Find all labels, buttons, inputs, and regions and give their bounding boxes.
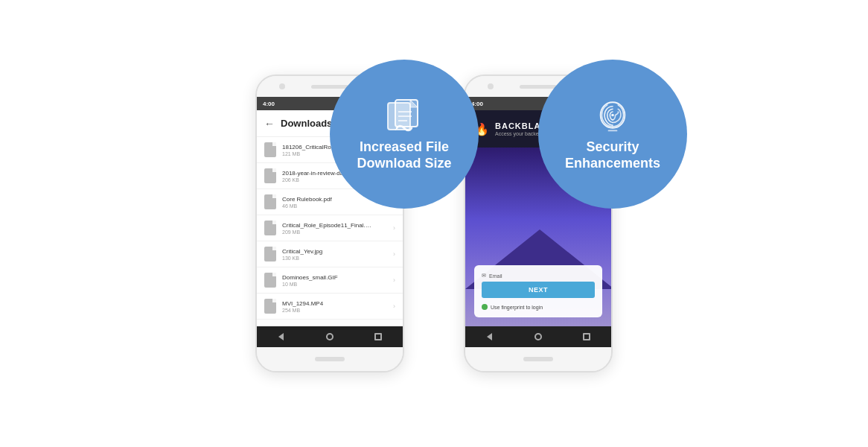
- file-info: Critical_Yev.jpg 130 KB: [282, 248, 393, 261]
- recents-nav-button[interactable]: [372, 331, 384, 343]
- home-nav-icon: [326, 333, 334, 340]
- file-name: MVI_1294.MP4: [282, 300, 371, 307]
- file-info: Critical_Role_Episode11_Final.m4v 209 MB: [282, 222, 393, 235]
- phone-chin-button: [315, 357, 345, 361]
- security-enhancements-bubble: SecurityEnhancements: [538, 60, 687, 209]
- svg-point-5: [611, 113, 614, 116]
- file-icon: [264, 299, 276, 314]
- increased-file-download-bubble: Increased FileDownload Size: [330, 60, 479, 209]
- file-icon: [264, 194, 276, 209]
- list-item[interactable]: Dominoes_small.GIF 10 MB ›: [257, 267, 403, 294]
- file-icon: [264, 221, 276, 235]
- home-nav-button-right[interactable]: [532, 331, 544, 343]
- file-size: 209 MB: [282, 229, 393, 235]
- back-arrow-icon[interactable]: ←: [264, 118, 275, 130]
- fingerprint-status-dot: [482, 304, 488, 310]
- phone-speaker-right: [520, 85, 557, 89]
- bubble-left-text: Increased FileDownload Size: [357, 139, 451, 172]
- file-size: 10 MB: [282, 282, 393, 287]
- file-icon: [264, 168, 276, 183]
- phone-speaker-left: [311, 85, 348, 89]
- email-label: ✉ Email: [482, 273, 595, 279]
- bubble-right-text: SecurityEnhancements: [565, 139, 660, 172]
- file-name: Critical_Role_Episode11_Final.m4v: [282, 222, 371, 229]
- list-item[interactable]: MVI_1294.MP4 254 MB ›: [257, 294, 403, 320]
- right-phone-bottom-bar: [465, 347, 611, 371]
- back-nav-icon: [487, 333, 492, 340]
- back-nav-button-right[interactable]: [484, 331, 496, 343]
- main-scene: 4:00 ← Downloads 181206_Critical: [211, 60, 657, 387]
- chevron-right-icon: ›: [393, 224, 395, 232]
- downloads-title: Downloads: [281, 118, 332, 129]
- file-size: 130 KB: [282, 256, 393, 261]
- back-nav-icon: [278, 333, 284, 340]
- home-nav-icon: [534, 333, 542, 340]
- fingerprint-row: Use fingerprint to login: [482, 304, 595, 310]
- file-icon: [264, 142, 276, 157]
- files-icon: [382, 97, 427, 134]
- right-phone-wrapper: 4:00 🔥 BACKBLA Access your backed up fi.…: [464, 74, 613, 372]
- file-name: Dominoes_small.GIF: [282, 274, 371, 281]
- recents-nav-icon: [374, 333, 382, 340]
- file-name: Critical_Yev.jpg: [282, 248, 371, 255]
- recents-nav-button-right[interactable]: [581, 331, 593, 343]
- file-info: MVI_1294.MP4 254 MB: [282, 300, 393, 313]
- file-icon: [264, 247, 276, 261]
- chevron-right-icon: ›: [393, 250, 395, 258]
- left-nav-bar: [257, 326, 403, 347]
- chevron-right-icon: ›: [393, 276, 395, 284]
- email-icon: ✉: [482, 273, 486, 279]
- file-info: Dominoes_small.GIF 10 MB: [282, 274, 393, 287]
- file-size: 254 MB: [282, 308, 393, 313]
- status-time-left: 4:00: [263, 101, 275, 107]
- file-icon: [264, 273, 276, 288]
- file-size: 46 MB: [282, 203, 393, 209]
- phone-camera-left: [279, 83, 285, 89]
- left-phone-wrapper: 4:00 ← Downloads 181206_Critical: [255, 74, 404, 372]
- login-form: ✉ Email NEXT Use fingerprint to login: [474, 265, 602, 317]
- home-nav-button[interactable]: [324, 331, 336, 343]
- recents-nav-icon: [583, 333, 590, 340]
- left-phone-bottom-bar: [257, 347, 403, 371]
- next-button[interactable]: NEXT: [482, 282, 595, 298]
- phone-chin-button-right: [523, 357, 553, 361]
- fingerprint-icon: [590, 97, 635, 134]
- back-nav-button[interactable]: [275, 331, 287, 343]
- chevron-right-icon: ›: [393, 302, 395, 310]
- right-nav-bar: [465, 326, 611, 347]
- phone-camera-right: [488, 83, 494, 89]
- file-name: Core Rulebook.pdf: [282, 196, 371, 203]
- list-item[interactable]: Critical_Role_Episode11_Final.m4v 209 MB…: [257, 215, 403, 241]
- list-item[interactable]: Critical_Yev.jpg 130 KB ›: [257, 241, 403, 267]
- fingerprint-label: Use fingerprint to login: [491, 305, 543, 310]
